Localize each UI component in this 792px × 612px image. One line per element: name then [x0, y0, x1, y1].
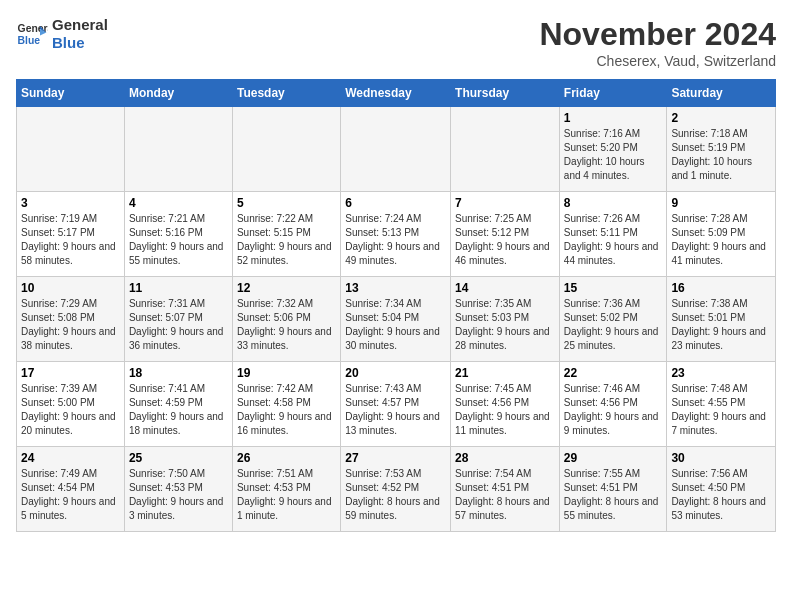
day-info: Sunrise: 7:53 AM Sunset: 4:52 PM Dayligh…	[345, 467, 446, 523]
calendar-cell: 2Sunrise: 7:18 AM Sunset: 5:19 PM Daylig…	[667, 107, 776, 192]
day-number: 4	[129, 196, 228, 210]
day-number: 12	[237, 281, 336, 295]
day-info: Sunrise: 7:36 AM Sunset: 5:02 PM Dayligh…	[564, 297, 663, 353]
calendar-cell: 22Sunrise: 7:46 AM Sunset: 4:56 PM Dayli…	[559, 362, 667, 447]
calendar-cell: 16Sunrise: 7:38 AM Sunset: 5:01 PM Dayli…	[667, 277, 776, 362]
day-info: Sunrise: 7:38 AM Sunset: 5:01 PM Dayligh…	[671, 297, 771, 353]
calendar-cell: 8Sunrise: 7:26 AM Sunset: 5:11 PM Daylig…	[559, 192, 667, 277]
day-number: 18	[129, 366, 228, 380]
calendar-cell: 3Sunrise: 7:19 AM Sunset: 5:17 PM Daylig…	[17, 192, 125, 277]
day-info: Sunrise: 7:29 AM Sunset: 5:08 PM Dayligh…	[21, 297, 120, 353]
weekday-tuesday: Tuesday	[232, 80, 340, 107]
calendar-cell: 18Sunrise: 7:41 AM Sunset: 4:59 PM Dayli…	[124, 362, 232, 447]
day-info: Sunrise: 7:18 AM Sunset: 5:19 PM Dayligh…	[671, 127, 771, 183]
calendar-cell: 28Sunrise: 7:54 AM Sunset: 4:51 PM Dayli…	[451, 447, 560, 532]
day-info: Sunrise: 7:41 AM Sunset: 4:59 PM Dayligh…	[129, 382, 228, 438]
calendar-cell	[451, 107, 560, 192]
day-number: 19	[237, 366, 336, 380]
day-info: Sunrise: 7:16 AM Sunset: 5:20 PM Dayligh…	[564, 127, 663, 183]
day-number: 26	[237, 451, 336, 465]
calendar-cell	[341, 107, 451, 192]
day-number: 6	[345, 196, 446, 210]
day-number: 10	[21, 281, 120, 295]
day-number: 9	[671, 196, 771, 210]
weekday-friday: Friday	[559, 80, 667, 107]
day-info: Sunrise: 7:35 AM Sunset: 5:03 PM Dayligh…	[455, 297, 555, 353]
calendar-cell	[232, 107, 340, 192]
svg-text:Blue: Blue	[18, 35, 41, 46]
day-number: 15	[564, 281, 663, 295]
day-number: 29	[564, 451, 663, 465]
calendar-cell: 17Sunrise: 7:39 AM Sunset: 5:00 PM Dayli…	[17, 362, 125, 447]
calendar-cell	[17, 107, 125, 192]
week-row-4: 17Sunrise: 7:39 AM Sunset: 5:00 PM Dayli…	[17, 362, 776, 447]
logo: General Blue General Blue	[16, 16, 108, 52]
day-info: Sunrise: 7:56 AM Sunset: 4:50 PM Dayligh…	[671, 467, 771, 523]
calendar-cell: 5Sunrise: 7:22 AM Sunset: 5:15 PM Daylig…	[232, 192, 340, 277]
title-area: November 2024 Cheserex, Vaud, Switzerlan…	[539, 16, 776, 69]
calendar-cell: 9Sunrise: 7:28 AM Sunset: 5:09 PM Daylig…	[667, 192, 776, 277]
day-number: 20	[345, 366, 446, 380]
calendar-cell: 12Sunrise: 7:32 AM Sunset: 5:06 PM Dayli…	[232, 277, 340, 362]
location-title: Cheserex, Vaud, Switzerland	[539, 53, 776, 69]
day-number: 7	[455, 196, 555, 210]
day-info: Sunrise: 7:26 AM Sunset: 5:11 PM Dayligh…	[564, 212, 663, 268]
day-info: Sunrise: 7:43 AM Sunset: 4:57 PM Dayligh…	[345, 382, 446, 438]
calendar-cell: 10Sunrise: 7:29 AM Sunset: 5:08 PM Dayli…	[17, 277, 125, 362]
day-info: Sunrise: 7:32 AM Sunset: 5:06 PM Dayligh…	[237, 297, 336, 353]
weekday-saturday: Saturday	[667, 80, 776, 107]
day-number: 5	[237, 196, 336, 210]
calendar-cell: 11Sunrise: 7:31 AM Sunset: 5:07 PM Dayli…	[124, 277, 232, 362]
week-row-3: 10Sunrise: 7:29 AM Sunset: 5:08 PM Dayli…	[17, 277, 776, 362]
calendar-cell: 14Sunrise: 7:35 AM Sunset: 5:03 PM Dayli…	[451, 277, 560, 362]
day-info: Sunrise: 7:19 AM Sunset: 5:17 PM Dayligh…	[21, 212, 120, 268]
day-info: Sunrise: 7:31 AM Sunset: 5:07 PM Dayligh…	[129, 297, 228, 353]
day-number: 3	[21, 196, 120, 210]
day-number: 17	[21, 366, 120, 380]
calendar-cell: 7Sunrise: 7:25 AM Sunset: 5:12 PM Daylig…	[451, 192, 560, 277]
calendar-cell: 19Sunrise: 7:42 AM Sunset: 4:58 PM Dayli…	[232, 362, 340, 447]
calendar-cell: 20Sunrise: 7:43 AM Sunset: 4:57 PM Dayli…	[341, 362, 451, 447]
calendar-table: SundayMondayTuesdayWednesdayThursdayFrid…	[16, 79, 776, 532]
weekday-header-row: SundayMondayTuesdayWednesdayThursdayFrid…	[17, 80, 776, 107]
day-info: Sunrise: 7:49 AM Sunset: 4:54 PM Dayligh…	[21, 467, 120, 523]
week-row-2: 3Sunrise: 7:19 AM Sunset: 5:17 PM Daylig…	[17, 192, 776, 277]
day-number: 22	[564, 366, 663, 380]
day-info: Sunrise: 7:45 AM Sunset: 4:56 PM Dayligh…	[455, 382, 555, 438]
day-info: Sunrise: 7:46 AM Sunset: 4:56 PM Dayligh…	[564, 382, 663, 438]
calendar-cell: 27Sunrise: 7:53 AM Sunset: 4:52 PM Dayli…	[341, 447, 451, 532]
day-number: 25	[129, 451, 228, 465]
header-area: General Blue General Blue November 2024 …	[16, 16, 776, 69]
weekday-monday: Monday	[124, 80, 232, 107]
week-row-1: 1Sunrise: 7:16 AM Sunset: 5:20 PM Daylig…	[17, 107, 776, 192]
day-number: 14	[455, 281, 555, 295]
logo-icon: General Blue	[16, 18, 48, 50]
logo-general: General	[52, 16, 108, 34]
day-info: Sunrise: 7:54 AM Sunset: 4:51 PM Dayligh…	[455, 467, 555, 523]
day-info: Sunrise: 7:28 AM Sunset: 5:09 PM Dayligh…	[671, 212, 771, 268]
day-number: 28	[455, 451, 555, 465]
weekday-thursday: Thursday	[451, 80, 560, 107]
day-info: Sunrise: 7:39 AM Sunset: 5:00 PM Dayligh…	[21, 382, 120, 438]
day-number: 11	[129, 281, 228, 295]
day-info: Sunrise: 7:25 AM Sunset: 5:12 PM Dayligh…	[455, 212, 555, 268]
day-number: 13	[345, 281, 446, 295]
day-info: Sunrise: 7:48 AM Sunset: 4:55 PM Dayligh…	[671, 382, 771, 438]
calendar-cell: 26Sunrise: 7:51 AM Sunset: 4:53 PM Dayli…	[232, 447, 340, 532]
calendar-cell: 6Sunrise: 7:24 AM Sunset: 5:13 PM Daylig…	[341, 192, 451, 277]
day-info: Sunrise: 7:24 AM Sunset: 5:13 PM Dayligh…	[345, 212, 446, 268]
day-number: 2	[671, 111, 771, 125]
day-number: 16	[671, 281, 771, 295]
day-number: 24	[21, 451, 120, 465]
calendar-cell: 29Sunrise: 7:55 AM Sunset: 4:51 PM Dayli…	[559, 447, 667, 532]
day-number: 27	[345, 451, 446, 465]
calendar-cell: 23Sunrise: 7:48 AM Sunset: 4:55 PM Dayli…	[667, 362, 776, 447]
day-info: Sunrise: 7:55 AM Sunset: 4:51 PM Dayligh…	[564, 467, 663, 523]
calendar-cell: 21Sunrise: 7:45 AM Sunset: 4:56 PM Dayli…	[451, 362, 560, 447]
day-number: 21	[455, 366, 555, 380]
calendar-cell: 13Sunrise: 7:34 AM Sunset: 5:04 PM Dayli…	[341, 277, 451, 362]
day-info: Sunrise: 7:21 AM Sunset: 5:16 PM Dayligh…	[129, 212, 228, 268]
day-info: Sunrise: 7:50 AM Sunset: 4:53 PM Dayligh…	[129, 467, 228, 523]
calendar-cell: 4Sunrise: 7:21 AM Sunset: 5:16 PM Daylig…	[124, 192, 232, 277]
day-info: Sunrise: 7:34 AM Sunset: 5:04 PM Dayligh…	[345, 297, 446, 353]
